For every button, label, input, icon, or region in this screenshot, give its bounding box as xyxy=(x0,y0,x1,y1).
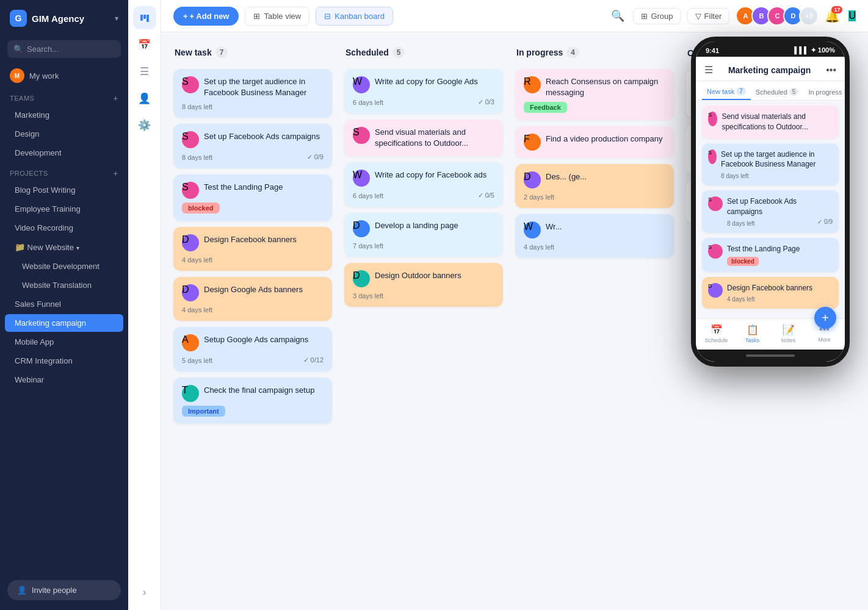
card-design-ge[interactable]: D Des... (ge... 2 days left xyxy=(515,164,674,208)
group-button[interactable]: ⊞ Group xyxy=(633,8,681,24)
mobile-card-5[interactable]: D Design Facebook banners 4 days left xyxy=(702,277,839,309)
teams-add-icon[interactable]: + xyxy=(113,93,118,103)
toolbar-right: 🔍 ⊞ Group ▽ Filter A B C D +3 🔔 17 U xyxy=(609,6,856,26)
mobile-menu-icon[interactable]: ☰ xyxy=(704,64,713,76)
badge-important: Important xyxy=(182,406,225,417)
card-wr[interactable]: W Wr... 4 days left xyxy=(515,214,674,258)
app-logo[interactable]: G GIM Agency ▾ xyxy=(0,0,128,37)
my-work-item[interactable]: M My work xyxy=(0,64,128,87)
group-label: Group xyxy=(651,12,673,21)
card-outdoor-banners[interactable]: D Design Outdoor banners 3 days left xyxy=(344,263,503,307)
notes-label: Notes xyxy=(781,337,796,343)
card-days-s3: 6 days left xyxy=(353,192,383,199)
card-days-2: 8 days left xyxy=(182,154,212,161)
card-landing-dev[interactable]: D Develop a landing page 7 days left xyxy=(344,213,503,257)
card-avatar-7: T xyxy=(182,385,199,402)
card-days-p4: 4 days left xyxy=(524,243,554,251)
card-title-s5: Design Outdoor banners xyxy=(375,270,461,281)
mobile-status-bar: 9:41 ▌▌▌ ✦ 100% xyxy=(696,41,845,57)
mobile-card-2[interactable]: S Set up the target audience in Facebook… xyxy=(702,143,839,186)
mobile-av-3: S xyxy=(708,196,723,211)
sidebar-item-crm-integration[interactable]: CRM Integration xyxy=(5,352,123,370)
collapse-icon[interactable]: › xyxy=(133,581,156,604)
sidebar-item-sales-funnel[interactable]: Sales Funnel xyxy=(5,295,123,313)
mobile-tab-scheduled[interactable]: Scheduled 5 xyxy=(751,84,804,100)
sidebar-item-marketing-campaign[interactable]: Marketing campaign xyxy=(5,314,123,332)
folder-icon: 📁 xyxy=(15,242,25,252)
sidebar-item-new-website[interactable]: 📁 New Website ▾ xyxy=(5,238,123,256)
column-header-in-progress: In progress 4 xyxy=(515,45,674,63)
table-view-button[interactable]: ⊞ Table view xyxy=(245,7,309,26)
filter-icon: ▽ xyxy=(695,12,701,21)
mobile-card-1[interactable]: S Send visual materials and specificatio… xyxy=(702,106,839,138)
projects-add-icon[interactable]: + xyxy=(113,168,118,178)
schedule-label: Schedule xyxy=(705,337,728,343)
search-box[interactable]: 🔍 Search... xyxy=(7,40,121,58)
schedule-icon: 📅 xyxy=(711,324,723,336)
sidebar-item-website-translation[interactable]: Website Translation xyxy=(5,276,123,294)
sidebar-item-video-recording[interactable]: Video Recording xyxy=(5,219,123,237)
list-icon[interactable]: ☰ xyxy=(133,60,156,83)
card-fb-copy[interactable]: W Write ad copy for Facebook ads 6 days … xyxy=(344,162,503,207)
settings-icon[interactable]: ⚙️ xyxy=(133,113,156,137)
calendar-icon[interactable]: 📅 xyxy=(133,33,156,56)
mobile-tab-in-progress[interactable]: In progress 4 xyxy=(803,84,850,100)
card-title-s3: Write ad copy for Facebook ads xyxy=(375,170,486,181)
mobile-time: 9:41 xyxy=(706,47,719,54)
badge-blocked: blocked xyxy=(182,203,220,214)
card-consensus[interactable]: R Reach Consensus on campaign messaging … xyxy=(515,69,674,120)
filter-button[interactable]: ▽ Filter xyxy=(687,8,730,24)
add-new-label: + Add new xyxy=(190,12,230,21)
mobile-content: S Send visual materials and specificatio… xyxy=(696,101,845,318)
card-avatar-3: S xyxy=(182,182,199,199)
user-avatar[interactable]: U xyxy=(848,10,856,21)
mobile-more-icon[interactable]: ••• xyxy=(826,65,836,76)
card-google-copy[interactable]: W Write ad copy for Google Ads 6 days le… xyxy=(344,69,503,113)
search-button[interactable]: 🔍 xyxy=(609,7,627,25)
sidebar: G GIM Agency ▾ 🔍 Search... M My work Tea… xyxy=(0,0,128,610)
mobile-nav-schedule[interactable]: 📅 Schedule xyxy=(698,324,734,343)
invite-people-button[interactable]: 👤 Invite people xyxy=(7,580,121,600)
mobile-nav-notes[interactable]: 📝 Notes xyxy=(770,324,806,343)
mobile-signal: ▌▌▌ ✦ 100% xyxy=(794,46,835,54)
sidebar-item-employee-training[interactable]: Employee Training xyxy=(5,200,123,218)
mobile-card-days-5: 4 days left xyxy=(727,296,812,303)
card-fb-banners[interactable]: D Design Facebook banners 4 days left xyxy=(173,227,332,271)
card-final-campaign[interactable]: T Check the final campaign setup Importa… xyxy=(173,378,332,424)
chevron-icon: ▾ xyxy=(76,245,79,251)
sidebar-item-design[interactable]: Design xyxy=(5,125,123,143)
sidebar-item-website-development[interactable]: Website Development xyxy=(5,257,123,275)
sidebar-item-development[interactable]: Development xyxy=(5,144,123,162)
card-title-p2: Find a video production company xyxy=(546,134,663,145)
kanban-board-button[interactable]: ⊟ Kanban board xyxy=(316,7,393,26)
card-days-6: 5 days left xyxy=(182,357,212,364)
card-check-2: ✓ 0/9 xyxy=(307,153,324,161)
add-new-button[interactable]: + + Add new xyxy=(173,7,239,26)
person-icon[interactable]: 👤 xyxy=(133,87,156,110)
mobile-nav-tasks[interactable]: 📋 Tasks xyxy=(734,324,770,343)
mobile-card-3[interactable]: S Set up Facebook Ads campaigns 8 days l… xyxy=(702,190,839,233)
sidebar-item-mobile-app[interactable]: Mobile App xyxy=(5,333,123,351)
card-setup-google-ads[interactable]: A Setup Google Ads campaigns 5 days left… xyxy=(173,327,332,371)
card-video-company[interactable]: F Find a video production company xyxy=(515,126,674,158)
sidebar-item-blog-post-writing[interactable]: Blog Post Writing xyxy=(5,181,123,199)
notification-button[interactable]: 🔔 17 xyxy=(825,9,840,23)
kanban-icon[interactable] xyxy=(133,6,156,29)
card-send-visual[interactable]: S Send visual materials and specificatio… xyxy=(344,120,503,156)
card-landing-page[interactable]: S Test the Landing Page blocked xyxy=(173,174,332,221)
svg-rect-1 xyxy=(143,15,146,19)
card-google-ads-banners[interactable]: D Design Google Ads banners 4 days left xyxy=(173,277,332,321)
card-target-audience[interactable]: S Set up the target audience in Facebook… xyxy=(173,69,332,118)
sidebar-item-webinar[interactable]: Webinar xyxy=(5,371,123,389)
column-title-in-progress: In progress 4 xyxy=(516,47,579,58)
mobile-tab-new-task[interactable]: New task 7 xyxy=(702,84,751,100)
sidebar-item-marketing[interactable]: Marketing xyxy=(5,106,123,124)
mobile-card-4[interactable]: S Test the Landing Page blocked xyxy=(702,238,839,272)
toolbar: + + Add new ⊞ Table view ⊟ Kanban board … xyxy=(161,0,868,32)
avatar-more[interactable]: +3 xyxy=(799,6,819,26)
card-title-7: Check the final campaign setup xyxy=(204,385,314,396)
main-content: + + Add new ⊞ Table view ⊟ Kanban board … xyxy=(161,0,868,610)
card-facebook-ads[interactable]: S Set up Facebook Ads campaigns 8 days l… xyxy=(173,124,332,168)
tasks-label: Tasks xyxy=(745,337,759,343)
mobile-av-1: S xyxy=(708,112,717,126)
